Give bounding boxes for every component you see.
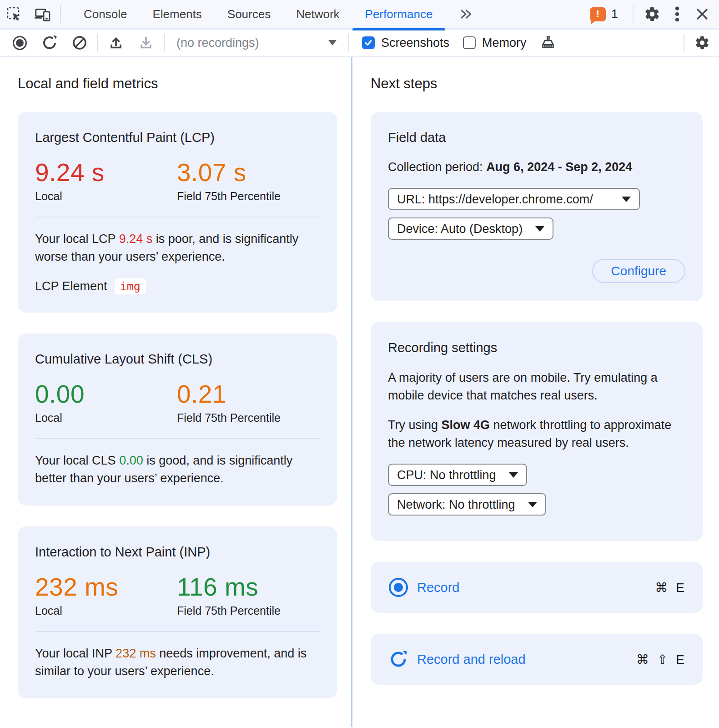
inp-local-value: 232 ms xyxy=(35,573,177,601)
chevron-down-icon xyxy=(535,226,544,232)
record-action-card[interactable]: Record ⌘ E xyxy=(371,562,703,613)
configure-button[interactable]: Configure xyxy=(592,259,685,283)
metrics-heading: Local and field metrics xyxy=(18,76,337,92)
cls-values-row: 0.00 Local 0.21 Field 75th Percentile xyxy=(35,380,320,425)
lcp-local-value: 9.24 s xyxy=(35,159,177,186)
configure-row: Configure xyxy=(388,259,685,283)
tab-elements[interactable]: Elements xyxy=(140,0,214,29)
local-field-metrics-column: Local and field metrics Largest Contentf… xyxy=(18,57,337,719)
lcp-field-block: 3.07 s Field 75th Percentile xyxy=(177,159,319,203)
lcp-metric-card: Largest Contentful Paint (LCP) 9.24 s Lo… xyxy=(18,112,337,313)
memory-checkbox-group[interactable]: Memory xyxy=(463,36,527,50)
next-steps-column: Next steps Field data Collection period:… xyxy=(371,57,703,706)
next-steps-heading: Next steps xyxy=(371,76,703,92)
issues-counter[interactable]: ! 1 xyxy=(590,7,618,21)
memory-label: Memory xyxy=(482,36,527,50)
inp-card-title: Interaction to Next Paint (INP) xyxy=(35,545,320,560)
screenshots-label: Screenshots xyxy=(381,36,449,50)
devtools-tab-bar: Console Elements Sources Network Perform… xyxy=(0,0,719,30)
record-icon xyxy=(389,578,408,597)
chevron-down-icon xyxy=(328,40,337,46)
tab-performance[interactable]: Performance xyxy=(352,0,446,29)
close-devtools-icon[interactable] xyxy=(688,0,716,28)
card-divider xyxy=(35,217,320,217)
lcp-values-row: 9.24 s Local 3.07 s Field 75th Percentil… xyxy=(35,159,320,203)
cls-desc-value: 0.00 xyxy=(119,454,143,467)
inp-field-label: Field 75th Percentile xyxy=(177,604,319,617)
settings-gear-icon[interactable] xyxy=(638,0,666,28)
panel-tabs: Console Elements Sources Network Perform… xyxy=(71,0,445,29)
cls-local-label: Local xyxy=(35,411,177,425)
url-select[interactable]: URL: https://developer.chrome.com/ xyxy=(388,188,640,210)
cpu-throttling-select[interactable]: CPU: No throttling xyxy=(388,464,527,486)
toolbar-separator xyxy=(164,34,165,51)
recording-settings-card: Recording settings A majority of users a… xyxy=(371,322,703,541)
tab-network[interactable]: Network xyxy=(283,0,352,29)
inp-local-label: Local xyxy=(35,604,177,617)
record-reload-action-label: Record and reload xyxy=(417,652,526,667)
tab-sources[interactable]: Sources xyxy=(215,0,283,29)
cls-metric-card: Cumulative Layout Shift (CLS) 0.00 Local… xyxy=(18,334,337,506)
memory-checkbox[interactable] xyxy=(463,36,476,49)
record-reload-action-card[interactable]: Record and reload ⌘ ⇧ E xyxy=(371,634,703,685)
more-tabs-icon[interactable] xyxy=(452,0,480,28)
card-divider xyxy=(35,438,320,439)
lcp-card-title: Largest Contentful Paint (LCP) xyxy=(35,130,320,145)
cls-field-block: 0.21 Field 75th Percentile xyxy=(177,380,319,425)
cls-field-label: Field 75th Percentile xyxy=(177,411,319,425)
recordings-dropdown-value: (no recordings) xyxy=(176,36,259,50)
record-reload-shortcut: ⌘ ⇧ E xyxy=(636,652,684,667)
lcp-element-row: LCP Element img xyxy=(35,278,320,294)
cls-description: Your local CLS 0.00 is good, and is sign… xyxy=(35,452,320,487)
toolbar-separator xyxy=(684,34,684,51)
network-throttling-select[interactable]: Network: No throttling xyxy=(388,493,546,516)
mobile-emulation-tip: A majority of users are on mobile. Try e… xyxy=(388,369,685,404)
record-reload-action[interactable]: Record and reload xyxy=(389,650,526,669)
issues-badge-icon: ! xyxy=(590,7,606,21)
card-divider xyxy=(35,631,320,632)
cls-card-title: Cumulative Layout Shift (CLS) xyxy=(35,352,320,367)
tabbar-separator xyxy=(60,5,61,23)
capture-settings-gear-icon[interactable] xyxy=(692,32,713,53)
clear-recordings-icon[interactable] xyxy=(69,32,90,53)
collection-period-value: Aug 6, 2024 - Sep 2, 2024 xyxy=(486,160,632,174)
inp-field-block: 116 ms Field 75th Percentile xyxy=(177,573,319,617)
inp-values-row: 232 ms Local 116 ms Field 75th Percentil… xyxy=(35,573,320,617)
panel-divider xyxy=(351,57,352,727)
upload-profile-icon[interactable] xyxy=(106,32,126,53)
record-shortcut: ⌘ E xyxy=(655,580,684,595)
record-action[interactable]: Record xyxy=(389,578,460,597)
performance-panel-content: Local and field metrics Largest Contentf… xyxy=(0,57,719,727)
performance-toolbar: (no recordings) Screenshots Memory xyxy=(0,30,719,57)
lcp-field-label: Field 75th Percentile xyxy=(177,190,319,203)
lcp-element-link[interactable]: img xyxy=(115,278,146,294)
device-toolbar-icon[interactable] xyxy=(28,0,56,28)
lcp-local-block: 9.24 s Local xyxy=(35,159,177,203)
tab-console[interactable]: Console xyxy=(71,0,140,29)
device-select[interactable]: Device: Auto (Desktop) xyxy=(388,217,553,240)
kebab-menu-icon[interactable] xyxy=(666,0,688,28)
inp-field-value: 116 ms xyxy=(177,573,319,601)
field-data-title: Field data xyxy=(388,130,685,145)
download-profile-icon[interactable] xyxy=(136,32,156,53)
inspect-element-icon[interactable] xyxy=(0,0,28,28)
record-and-reload-button[interactable] xyxy=(39,32,60,53)
cls-local-value: 0.00 xyxy=(35,380,177,408)
screenshots-checkbox[interactable] xyxy=(362,36,375,49)
recordings-dropdown[interactable]: (no recordings) xyxy=(172,36,341,50)
cls-field-value: 0.21 xyxy=(177,380,319,408)
record-action-label: Record xyxy=(417,580,460,595)
chevron-down-icon xyxy=(528,502,537,507)
lcp-local-label: Local xyxy=(35,190,177,203)
inp-metric-card: Interaction to Next Paint (INP) 232 ms L… xyxy=(18,526,337,698)
issues-count: 1 xyxy=(611,7,618,21)
record-button[interactable] xyxy=(9,32,30,53)
inp-description: Your local INP 232 ms needs improvement,… xyxy=(35,645,320,680)
lcp-desc-value: 9.24 s xyxy=(119,232,153,246)
slow-4g-emphasis: Slow 4G xyxy=(442,418,490,432)
inp-desc-value: 232 ms xyxy=(116,647,156,660)
collect-garbage-icon[interactable] xyxy=(538,32,558,53)
screenshots-checkbox-group[interactable]: Screenshots xyxy=(362,36,449,50)
recording-settings-title: Recording settings xyxy=(388,340,685,355)
lcp-element-label: LCP Element xyxy=(35,279,107,293)
